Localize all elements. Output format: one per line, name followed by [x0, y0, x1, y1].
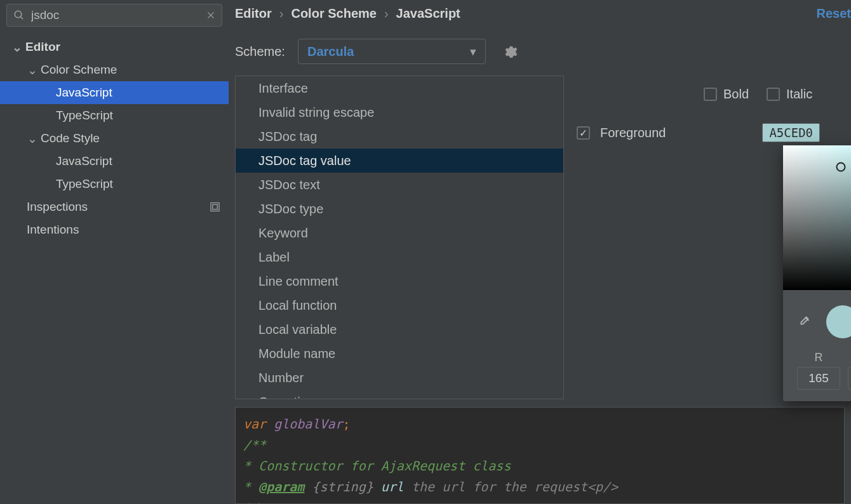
chevron-right-icon: › [384, 6, 389, 21]
tree-item-codestyle-typescript[interactable]: TypeScript [0, 173, 229, 196]
list-item[interactable]: Line comment [236, 269, 563, 293]
breadcrumb: Editor › Color Scheme › JavaScript [229, 0, 851, 21]
scheme-label: Scheme: [235, 44, 285, 59]
search-icon [13, 10, 25, 21]
list-item[interactable]: Invalid string escape [236, 100, 563, 124]
breadcrumb-item[interactable]: JavaScript [396, 6, 460, 21]
foreground-checkbox[interactable] [577, 126, 590, 140]
list-item[interactable]: Label [236, 245, 563, 269]
tree-item-code-style[interactable]: ⌄ Code Style [0, 127, 229, 150]
current-color-swatch [826, 305, 851, 338]
list-item[interactable]: JSDoc tag value [236, 149, 563, 173]
foreground-label: Foreground [600, 126, 666, 140]
list-item[interactable]: Interface [236, 76, 563, 100]
list-item[interactable]: Keyword [236, 221, 563, 245]
r-label: R [815, 351, 823, 364]
list-item[interactable]: Local function [236, 293, 563, 317]
r-input[interactable] [797, 367, 840, 390]
chevron-down-icon: ▾ [470, 44, 476, 59]
code-jsdoc-prefix: * [243, 479, 258, 494]
chevron-down-icon: ⌄ [27, 63, 38, 77]
tree-label: TypeScript [56, 109, 113, 123]
color-picker-popup: R G B Hex [783, 145, 851, 401]
bold-checkbox[interactable] [704, 88, 717, 101]
svg-line-1 [20, 17, 23, 19]
code-preview: var globalVar; /** * Constructor for Aja… [235, 407, 845, 504]
code-jsdoc-text: Constructor for AjaxRequest class [258, 458, 511, 474]
tree-label: Editor [25, 40, 60, 54]
tree-item-color-scheme[interactable]: ⌄ Color Scheme [0, 58, 229, 81]
svg-point-0 [15, 11, 22, 18]
tree-label: Intentions [27, 223, 79, 237]
settings-sidebar: ⌄ Editor ⌄ Color Scheme JavaScript TypeS… [0, 0, 229, 504]
breadcrumb-item[interactable]: Editor [235, 6, 272, 21]
scheme-selected: Darcula [307, 44, 354, 59]
token-list[interactable]: Interface Invalid string escape JSDoc ta… [235, 76, 564, 399]
project-level-icon [210, 202, 220, 212]
saturation-value-panel[interactable] [783, 145, 851, 290]
tree-item-typescript[interactable]: TypeScript [0, 104, 229, 127]
tree-item-inspections[interactable]: Inspections [0, 196, 229, 218]
svg-rect-4 [211, 202, 219, 211]
italic-label: Italic [786, 87, 812, 102]
chevron-down-icon: ⌄ [11, 40, 23, 55]
tree-label: TypeScript [56, 177, 113, 191]
tree-item-javascript[interactable]: JavaScript [0, 81, 229, 104]
code-jsdoc-tag-value: url [381, 479, 404, 494]
list-item[interactable]: Number [236, 366, 563, 390]
code-semicolon: ; [343, 416, 351, 432]
chevron-down-icon: ⌄ [27, 131, 38, 146]
list-item[interactable]: JSDoc type [236, 197, 563, 221]
tree-label: JavaScript [56, 86, 112, 100]
tree-item-intentions[interactable]: Intentions [0, 218, 229, 241]
tree-label: JavaScript [56, 154, 112, 168]
gear-icon[interactable] [499, 40, 521, 63]
code-jsdoc-close: */ [243, 498, 836, 504]
list-item[interactable]: Local variable [236, 317, 563, 342]
list-item[interactable]: Module name [236, 342, 563, 366]
code-jsdoc-type: {string} [304, 479, 380, 494]
code-keyword: var [243, 416, 266, 432]
code-jsdoc-prefix: * [243, 458, 258, 474]
settings-search-input[interactable] [31, 8, 206, 22]
scheme-select[interactable]: Darcula ▾ [298, 39, 486, 64]
code-jsdoc-open: /** [243, 435, 836, 456]
svg-rect-5 [213, 204, 218, 209]
main-panel: Editor › Color Scheme › JavaScript Reset… [229, 0, 851, 504]
settings-search-box[interactable] [6, 4, 222, 27]
clear-icon[interactable] [206, 11, 215, 20]
code-global-var: globalVar [274, 416, 342, 432]
sv-cursor-icon[interactable] [836, 162, 846, 172]
list-item[interactable]: JSDoc text [236, 173, 563, 197]
tree-label: Color Scheme [41, 63, 117, 77]
list-item[interactable]: JSDoc tag [236, 124, 563, 149]
list-item[interactable]: Operation [236, 390, 563, 399]
chevron-right-icon: › [279, 6, 284, 21]
tree-item-editor[interactable]: ⌄ Editor [0, 36, 229, 58]
tree-label: Inspections [27, 200, 88, 214]
eyedropper-icon[interactable] [797, 315, 811, 329]
tree-item-codestyle-javascript[interactable]: JavaScript [0, 150, 229, 173]
bold-label: Bold [723, 87, 749, 102]
tree-label: Code Style [41, 131, 100, 145]
code-jsdoc-tag: @param [258, 479, 304, 494]
settings-tree: ⌄ Editor ⌄ Color Scheme JavaScript TypeS… [0, 30, 229, 241]
g-input[interactable] [848, 367, 851, 390]
code-jsdoc-desc: the url for the request<p/> [404, 479, 618, 494]
breadcrumb-item[interactable]: Color Scheme [291, 6, 376, 21]
reset-link[interactable]: Reset [817, 6, 851, 21]
foreground-swatch[interactable]: A5CED0 [762, 123, 820, 142]
italic-checkbox[interactable] [767, 88, 780, 101]
